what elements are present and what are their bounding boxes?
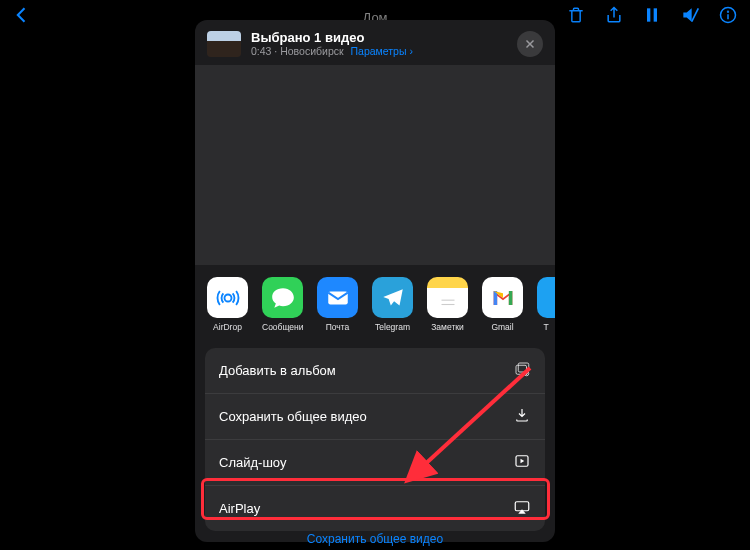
share-app-more[interactable]: T xyxy=(537,277,555,332)
share-app-label: Почта xyxy=(317,322,358,332)
share-subtitle: 0:43 · Новосибирск Параметры › xyxy=(251,45,507,57)
notes-icon xyxy=(427,277,468,318)
gmail-icon xyxy=(482,277,523,318)
svg-rect-13 xyxy=(508,291,512,305)
pause-icon[interactable] xyxy=(642,5,662,30)
svg-marker-20 xyxy=(521,459,525,464)
actions-list: Добавить в альбом Сохранить общее видео … xyxy=(205,348,545,531)
mail-icon xyxy=(317,277,358,318)
app-icon-partial xyxy=(537,277,555,318)
share-app-label: Gmail xyxy=(482,322,523,332)
back-button[interactable] xyxy=(12,5,32,30)
share-app-notes[interactable]: Заметки xyxy=(427,277,468,332)
share-sheet: Выбрано 1 видео 0:43 · Новосибирск Парам… xyxy=(195,20,555,542)
messages-icon xyxy=(262,277,303,318)
share-app-gmail[interactable]: Gmail xyxy=(482,277,523,332)
telegram-icon xyxy=(372,277,413,318)
share-app-label: Сообщения xyxy=(262,322,303,332)
info-icon[interactable] xyxy=(718,5,738,30)
svg-point-5 xyxy=(728,11,729,12)
svg-rect-1 xyxy=(654,8,657,21)
share-app-messages[interactable]: Сообщения xyxy=(262,277,303,332)
svg-point-8 xyxy=(224,294,231,301)
action-slideshow[interactable]: Слайд-шоу xyxy=(205,440,545,486)
svg-marker-22 xyxy=(518,509,526,514)
share-apps-row[interactable]: AirDrop Сообщения Почта Telegram Заметки xyxy=(195,265,555,340)
airdrop-icon xyxy=(207,277,248,318)
share-sheet-header: Выбрано 1 видео 0:43 · Новосибирск Парам… xyxy=(195,20,555,65)
action-save-shared-video[interactable]: Сохранить общее видео xyxy=(205,394,545,440)
footer-save-link[interactable]: Сохранить общее видео xyxy=(0,532,750,546)
share-subtitle-text: 0:43 · Новосибирск xyxy=(251,45,344,57)
airplay-icon xyxy=(513,498,531,519)
action-airplay[interactable]: AirPlay xyxy=(205,486,545,531)
share-app-label: T xyxy=(537,322,555,332)
params-link[interactable]: Параметры xyxy=(351,45,407,57)
share-title: Выбрано 1 видео xyxy=(251,30,507,45)
share-app-telegram[interactable]: Telegram xyxy=(372,277,413,332)
album-icon xyxy=(513,360,531,381)
video-thumbnail xyxy=(207,31,241,57)
download-icon xyxy=(513,406,531,427)
svg-line-2 xyxy=(692,8,699,21)
share-preview-area xyxy=(195,65,555,265)
share-header-text: Выбрано 1 видео 0:43 · Новосибирск Парам… xyxy=(251,30,507,57)
action-label: Сохранить общее видео xyxy=(219,409,367,424)
play-box-icon xyxy=(513,452,531,473)
action-label: Слайд-шоу xyxy=(219,455,286,470)
share-icon[interactable] xyxy=(604,5,624,30)
share-app-airdrop[interactable]: AirDrop xyxy=(207,277,248,332)
action-label: Добавить в альбом xyxy=(219,363,336,378)
share-app-mail[interactable]: Почта xyxy=(317,277,358,332)
close-button[interactable] xyxy=(517,31,543,57)
share-app-label: Telegram xyxy=(372,322,413,332)
share-app-label: AirDrop xyxy=(207,322,248,332)
share-app-label: Заметки xyxy=(427,322,468,332)
trash-icon[interactable] xyxy=(566,5,586,30)
action-add-to-album[interactable]: Добавить в альбом xyxy=(205,348,545,394)
chevron-right-icon: › xyxy=(409,45,413,57)
action-label: AirPlay xyxy=(219,501,260,516)
svg-rect-0 xyxy=(647,8,650,21)
mute-icon[interactable] xyxy=(680,5,700,30)
svg-rect-15 xyxy=(518,363,529,372)
